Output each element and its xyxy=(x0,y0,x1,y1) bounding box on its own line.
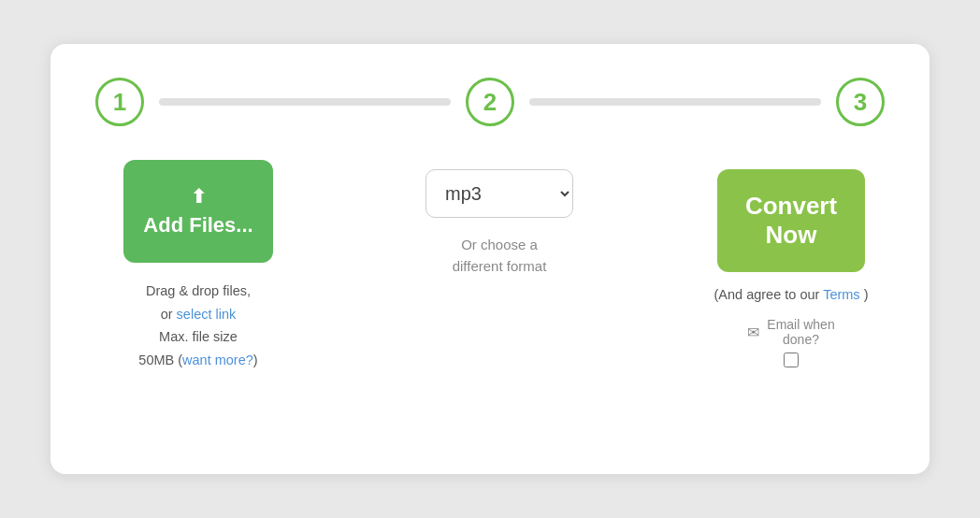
drag-drop-text: Drag & drop files, xyxy=(146,283,251,298)
format-select[interactable]: mp3 mp4 wav ogg flac aac m4a xyxy=(425,169,573,218)
content-row: ⬆ Add Files... Drag & drop files, or sel… xyxy=(95,160,885,372)
col-format: mp3 mp4 wav ogg flac aac m4a Or choose a… xyxy=(406,169,593,277)
select-link[interactable]: select link xyxy=(177,307,237,322)
agree-text: (And agree to our Terms ) xyxy=(714,287,869,302)
steps-row: 1 2 3 xyxy=(95,78,885,126)
or-text: or xyxy=(161,307,177,322)
step-line-1 xyxy=(159,98,451,106)
step-group-1: 1 xyxy=(95,78,466,126)
max-size-text: Max. file size xyxy=(159,329,238,344)
step-group-3: 3 xyxy=(836,78,885,126)
terms-link[interactable]: Terms xyxy=(823,287,859,302)
or-choose-text: Or choose a different format xyxy=(453,235,547,277)
add-files-description: Drag & drop files, or select link Max. f… xyxy=(138,280,257,372)
step-line-2 xyxy=(529,98,821,106)
step-group-2: 2 xyxy=(466,78,836,126)
step-circle-3: 3 xyxy=(836,78,885,126)
col-add: ⬆ Add Files... Drag & drop files, or sel… xyxy=(95,160,301,372)
want-more-close: ) xyxy=(253,353,258,367)
step-circle-1: 1 xyxy=(95,78,144,126)
col-convert: Convert Now (And agree to our Terms ) ✉ … xyxy=(698,169,885,367)
want-more-link[interactable]: want more? xyxy=(182,353,253,367)
max-size-value: 50MB ( xyxy=(138,353,182,367)
email-checkbox-row xyxy=(784,353,799,367)
convert-label: Convert Now xyxy=(745,192,837,250)
add-files-label: Add Files... xyxy=(143,213,252,237)
upload-icon: ⬆ xyxy=(191,185,207,208)
email-label: Email when done? xyxy=(767,317,834,347)
add-files-button[interactable]: ⬆ Add Files... xyxy=(123,160,273,263)
main-card: 1 2 3 ⬆ Add Files... Drag & drop files, xyxy=(50,44,930,474)
email-icon: ✉ xyxy=(747,324,759,341)
email-row: ✉ Email when done? xyxy=(747,317,834,347)
email-when-done-checkbox[interactable] xyxy=(784,353,799,367)
step-circle-2: 2 xyxy=(466,78,514,126)
convert-now-button[interactable]: Convert Now xyxy=(717,169,865,272)
